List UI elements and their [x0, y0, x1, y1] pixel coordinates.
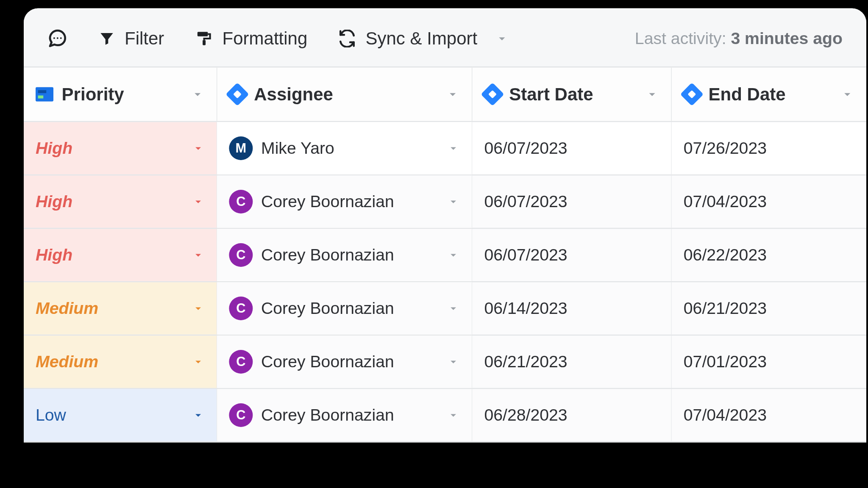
column-header-start-date[interactable]: Start Date — [472, 68, 671, 121]
end-date-value: 07/26/2023 — [684, 139, 767, 158]
chevron-down-icon — [447, 302, 460, 315]
start-date-cell[interactable]: 06/21/2023 — [472, 336, 671, 388]
chevron-down-icon — [192, 142, 205, 155]
paint-roller-icon — [195, 30, 213, 47]
table-row: HighCCorey Boornazian06/07/202306/22/202… — [24, 229, 866, 282]
table-row: MediumCCorey Boornazian06/21/202307/01/2… — [24, 336, 866, 389]
table-row: LowCCorey Boornazian06/28/202307/04/2023 — [24, 389, 866, 442]
assignee-cell[interactable]: CCorey Boornazian — [217, 282, 472, 334]
column-header-assignee[interactable]: Assignee — [217, 68, 472, 121]
chevron-down-icon — [192, 195, 205, 208]
priority-cell[interactable]: Low — [24, 389, 217, 441]
start-date-value: 06/14/2023 — [484, 299, 567, 318]
assignee-cell[interactable]: CCorey Boornazian — [217, 175, 472, 227]
start-date-cell[interactable]: 06/07/2023 — [472, 229, 671, 281]
priority-cell[interactable]: Medium — [24, 282, 217, 334]
priority-field-icon — [36, 87, 53, 102]
priority-value: Medium — [36, 299, 98, 318]
end-date-cell[interactable]: 07/04/2023 — [672, 389, 866, 441]
sync-import-label: Sync & Import — [365, 28, 477, 49]
toolbar: Filter Formatting Sync & — [24, 8, 866, 68]
end-date-value: 06/22/2023 — [684, 246, 767, 265]
filter-label: Filter — [125, 28, 164, 49]
end-date-cell[interactable]: 06/21/2023 — [672, 282, 866, 334]
column-header-priority[interactable]: Priority — [24, 68, 217, 121]
table-body: HighMMike Yaro06/07/202307/26/2023HighCC… — [24, 122, 866, 442]
chevron-down-icon — [447, 355, 460, 369]
assignee-name: Mike Yaro — [261, 139, 334, 158]
last-activity: Last activity: 3 minutes ago — [635, 29, 843, 48]
end-date-cell[interactable]: 07/26/2023 — [672, 122, 866, 174]
start-date-value: 06/28/2023 — [484, 406, 567, 425]
priority-cell[interactable]: High — [24, 122, 217, 174]
chevron-down-icon — [447, 249, 460, 262]
column-label: Assignee — [254, 84, 333, 105]
avatar: C — [229, 190, 253, 214]
column-headers: Priority Assignee Start Date End Date — [24, 68, 866, 122]
chevron-down-icon — [192, 409, 205, 422]
chevron-down-icon — [447, 409, 460, 422]
chevron-down-icon — [192, 249, 205, 262]
column-label: End Date — [709, 84, 786, 105]
start-date-value: 06/07/2023 — [484, 246, 567, 265]
data-table-window: Filter Formatting Sync & — [24, 8, 866, 443]
table-row: HighCCorey Boornazian06/07/202307/04/202… — [24, 175, 866, 229]
end-date-cell[interactable]: 07/04/2023 — [672, 175, 866, 227]
last-activity-label: Last activity: — [635, 29, 731, 47]
column-header-end-date[interactable]: End Date — [672, 68, 866, 121]
avatar: C — [229, 350, 253, 374]
end-date-cell[interactable]: 07/01/2023 — [672, 336, 866, 388]
column-label: Start Date — [509, 84, 593, 105]
end-date-value: 07/04/2023 — [684, 192, 767, 211]
assignee-name: Corey Boornazian — [261, 406, 394, 425]
formatting-button[interactable]: Formatting — [195, 28, 307, 49]
chevron-down-icon — [192, 302, 205, 315]
svg-point-1 — [57, 37, 58, 39]
chevron-down-icon — [645, 87, 659, 102]
assignee-name: Corey Boornazian — [261, 192, 394, 211]
chevron-down-icon — [190, 87, 205, 102]
filter-button[interactable]: Filter — [98, 28, 164, 49]
start-date-value: 06/07/2023 — [484, 192, 567, 211]
assignee-cell[interactable]: CCorey Boornazian — [217, 336, 472, 388]
sync-icon — [338, 30, 356, 47]
priority-cell[interactable]: High — [24, 229, 217, 281]
priority-value: High — [36, 192, 72, 211]
assignee-cell[interactable]: CCorey Boornazian — [217, 389, 472, 441]
end-date-cell[interactable]: 06/22/2023 — [672, 229, 866, 281]
start-date-cell[interactable]: 06/07/2023 — [472, 122, 671, 174]
start-date-cell[interactable]: 06/07/2023 — [472, 175, 671, 227]
assignee-name: Corey Boornazian — [261, 299, 394, 318]
svg-point-2 — [60, 37, 62, 39]
start-date-cell[interactable]: 06/28/2023 — [472, 389, 671, 441]
avatar: C — [229, 243, 253, 267]
start-date-cell[interactable]: 06/14/2023 — [472, 282, 671, 334]
start-date-value: 06/07/2023 — [484, 139, 567, 158]
jira-icon — [680, 83, 704, 106]
jira-icon — [225, 83, 249, 106]
assignee-name: Corey Boornazian — [261, 352, 394, 372]
priority-cell[interactable]: Medium — [24, 336, 217, 388]
speech-bubble-icon — [47, 28, 68, 49]
table-row: MediumCCorey Boornazian06/14/202306/21/2… — [24, 282, 866, 336]
start-date-value: 06/21/2023 — [484, 352, 567, 372]
assignee-cell[interactable]: MMike Yaro — [217, 122, 472, 174]
priority-value: High — [36, 139, 72, 158]
chevron-down-icon — [840, 87, 854, 102]
priority-cell[interactable]: High — [24, 175, 217, 227]
priority-value: High — [36, 246, 72, 265]
assignee-name: Corey Boornazian — [261, 246, 394, 265]
chevron-down-icon — [447, 195, 460, 208]
comments-button[interactable] — [47, 28, 68, 49]
last-activity-value: 3 minutes ago — [731, 29, 843, 47]
jira-icon — [481, 83, 504, 106]
svg-rect-4 — [203, 40, 206, 45]
priority-value: Low — [36, 406, 66, 425]
chevron-down-icon — [192, 355, 205, 369]
column-label: Priority — [62, 84, 124, 105]
assignee-cell[interactable]: CCorey Boornazian — [217, 229, 472, 281]
end-date-value: 07/01/2023 — [684, 352, 767, 372]
chevron-down-icon — [447, 142, 460, 155]
avatar: C — [229, 297, 253, 320]
sync-import-button[interactable]: Sync & Import — [338, 28, 509, 49]
